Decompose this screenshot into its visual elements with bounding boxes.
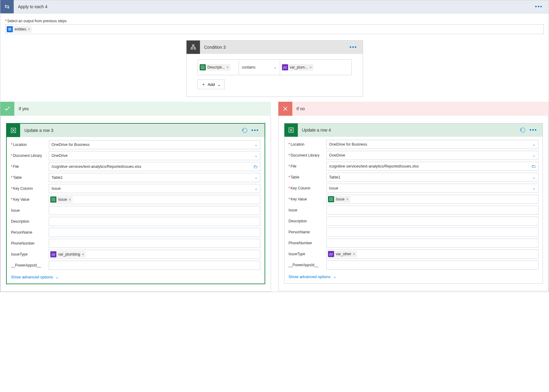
location-label: *Location (10, 143, 49, 147)
help-icon[interactable]: ? (242, 128, 247, 133)
keyvalue-label: *Key Value (10, 197, 49, 202)
description-input[interactable] (49, 217, 260, 226)
powerappsid-input[interactable] (326, 260, 539, 270)
issue-token[interactable]: Issue × (328, 196, 350, 203)
add-condition-button[interactable]: ＋ Add ⌄ (198, 79, 225, 89)
phonenumber-input[interactable] (49, 239, 260, 248)
remove-token-icon[interactable]: × (28, 27, 30, 31)
location-select[interactable]: OneDrive for Business⌄ (49, 140, 260, 149)
issue-label: Issue (288, 208, 326, 212)
excel-icon (50, 196, 56, 203)
variable-icon: {x} (328, 251, 334, 257)
update-menu-button[interactable]: ••• (251, 127, 265, 134)
chevron-down-icon: ⌄ (255, 154, 258, 158)
condition-card: Condition 3 ••• Descripti... × (186, 40, 363, 97)
var-plumbing-token[interactable]: {x} var_plum... × (282, 64, 314, 71)
doclib-select[interactable]: OneDrive⌄ (326, 151, 539, 160)
table-label: *Table (288, 175, 326, 179)
doclib-label: *Document Library (288, 153, 326, 157)
issuetype-label: IssueType (10, 252, 49, 256)
if-no-header[interactable]: If no (278, 102, 549, 116)
if-yes-branch: If yes Update a row 3 ? ••• (0, 102, 271, 292)
condition-operator-select[interactable]: contains ⌄ (239, 60, 280, 75)
issue-input[interactable] (326, 206, 539, 215)
remove-token-icon[interactable]: × (310, 65, 312, 69)
issue-token[interactable]: Issue × (50, 196, 73, 203)
table-select[interactable]: Table1⌄ (326, 173, 539, 182)
phonenumber-label: PhoneNumber (10, 241, 49, 245)
update-menu-button[interactable]: ••• (529, 127, 543, 133)
condition-title: Condition 3 (200, 45, 226, 50)
description-input[interactable] (326, 217, 539, 226)
variable-icon: {x} (282, 64, 288, 70)
powerappsid-input[interactable] (49, 261, 260, 270)
show-advanced-link[interactable]: Show advanced options⌄ (288, 271, 337, 281)
keyvalue-input[interactable]: Issue × (49, 195, 260, 204)
var-other-token[interactable]: {x} var_other × (328, 251, 357, 257)
remove-token-icon[interactable]: × (226, 65, 228, 69)
keyvalue-input[interactable]: Issue × (326, 195, 539, 204)
action-title: Apply to each 4 (14, 4, 48, 9)
condition-header[interactable]: Condition 3 ••• (187, 41, 363, 54)
apply-to-each-header[interactable]: Apply to each 4 ••• (0, 0, 549, 13)
powerappsid-label: __PowerAppsId__ (10, 263, 49, 267)
svg-rect-5 (194, 48, 195, 49)
plus-icon: ＋ (201, 82, 205, 87)
list-icon (7, 26, 13, 32)
if-no-branch: If no Update a row 4 ? ••• (278, 102, 549, 292)
condition-right-input[interactable]: {x} var_plum... × (280, 60, 321, 75)
file-label: *File (10, 164, 49, 169)
help-icon[interactable]: ? (520, 128, 525, 132)
action-menu-button[interactable]: ••• (535, 4, 549, 10)
personname-input[interactable] (49, 228, 260, 237)
check-icon (0, 102, 14, 116)
svg-rect-0 (8, 28, 11, 29)
chevron-down-icon: ⌄ (533, 142, 536, 147)
select-output-input[interactable]: entities × (5, 24, 544, 34)
issuetype-label: IssueType (288, 252, 326, 256)
chevron-down-icon: ⌄ (255, 186, 258, 191)
table-select[interactable]: Table1⌄ (49, 173, 260, 182)
description-label: Description (288, 219, 326, 223)
update-row-4-header[interactable]: Update a row 4 ? ••• (284, 123, 543, 137)
chevron-down-icon: ⌄ (255, 143, 258, 147)
personname-input[interactable] (326, 228, 539, 237)
phonenumber-label: PhoneNumber (288, 241, 326, 245)
condition-expression-row: Descripti... × contains ⌄ {x} var_plum..… (198, 59, 352, 75)
issuetype-input[interactable]: {x} var_other × (326, 249, 539, 259)
variable-icon: {x} (50, 251, 56, 257)
remove-token-icon[interactable]: × (82, 253, 84, 256)
svg-rect-2 (8, 30, 11, 30)
file-label: *File (288, 164, 326, 168)
chevron-down-icon: ⌄ (274, 65, 277, 69)
doclib-select[interactable]: OneDrive⌄ (49, 151, 260, 160)
var-plumbing-token[interactable]: {x} var_plumbing × (50, 251, 86, 258)
svg-rect-4 (191, 48, 192, 49)
show-advanced-link[interactable]: Show advanced options⌄ (10, 272, 59, 281)
issue-input[interactable] (49, 206, 260, 215)
update-row-3-header[interactable]: Update a row 3 ? ••• (7, 124, 265, 137)
file-picker[interactable]: /cognitive services/text-analytics/Repor… (326, 162, 539, 171)
chevron-down-icon: ⌄ (217, 82, 221, 87)
condition-menu-button[interactable]: ••• (350, 44, 363, 51)
excel-icon (7, 124, 20, 137)
phonenumber-input[interactable] (326, 238, 539, 248)
folder-icon[interactable]: 🗀 (253, 164, 258, 169)
keycolumn-select[interactable]: Issue⌄ (326, 184, 539, 193)
location-select[interactable]: OneDrive for Business⌄ (326, 140, 539, 149)
keycolumn-select[interactable]: Issue⌄ (49, 184, 260, 193)
condition-left-input[interactable]: Descripti... × (198, 60, 239, 75)
folder-icon[interactable]: 🗀 (531, 164, 536, 169)
table-label: *Table (10, 175, 49, 180)
entities-token[interactable]: entities × (7, 26, 32, 33)
remove-token-icon[interactable]: × (353, 252, 355, 256)
remove-token-icon[interactable]: × (346, 197, 348, 201)
issuetype-input[interactable]: {x} var_plumbing × (49, 250, 260, 259)
remove-token-icon[interactable]: × (69, 198, 71, 201)
if-yes-header[interactable]: If yes (0, 102, 271, 116)
file-picker[interactable]: /cognitive services/text-analytics/Repor… (49, 162, 260, 171)
personname-label: PersonName (288, 230, 326, 234)
description-token[interactable]: Descripti... × (200, 64, 230, 71)
description-label: Description (10, 219, 49, 224)
location-label: *Location (288, 142, 326, 147)
